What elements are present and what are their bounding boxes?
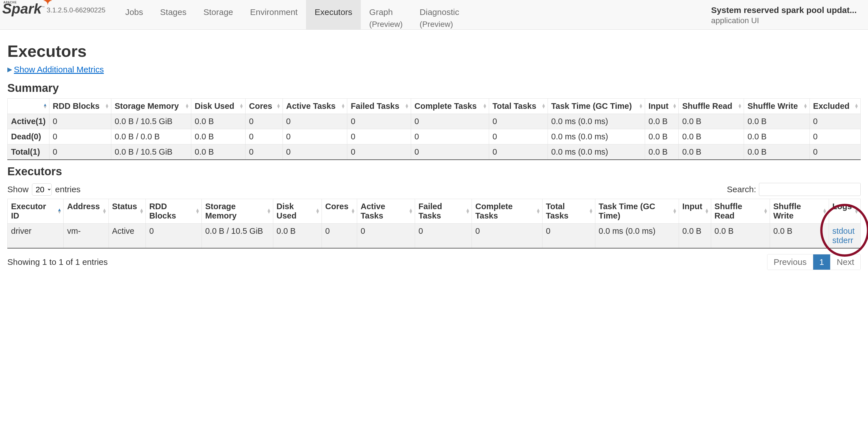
summary-cell: 0.0 ms (0.0 ms) — [548, 129, 645, 145]
summary-cell: 0.0 B — [679, 114, 744, 129]
table-info-text: Showing 1 to 1 of 1 entries — [7, 257, 107, 267]
summary-header-1[interactable]: RDD Blocks▲▼ — [49, 99, 111, 114]
summary-cell: 0 — [411, 129, 489, 145]
sort-arrows-icon: ▲▼ — [465, 209, 470, 214]
exec-cell: 0.0 B — [273, 223, 322, 248]
exec-header-11[interactable]: Task Time (GC Time)▲▼ — [595, 199, 679, 223]
sort-arrows-icon: ▲▼ — [405, 104, 409, 109]
summary-cell: 0 — [489, 145, 548, 160]
summary-header-6[interactable]: Failed Tasks▲▼ — [347, 99, 411, 114]
exec-header-13[interactable]: Shuffle Read▲▼ — [711, 199, 770, 223]
exec-header-15[interactable]: Logs▲▼ — [829, 199, 860, 223]
summary-heading: Summary — [7, 82, 861, 94]
log-link-stdout[interactable]: stdout — [832, 226, 857, 236]
exec-cell: 0 — [542, 223, 595, 248]
exec-cell: 0 — [415, 223, 472, 248]
executors-controls: Show 20 entries Search: — [7, 183, 861, 196]
summary-cell: 0 — [489, 114, 548, 129]
summary-header-5[interactable]: Active Tasks▲▼ — [283, 99, 347, 114]
summary-cell: 0.0 B — [645, 114, 679, 129]
exec-header-2[interactable]: Status▲▼ — [108, 199, 146, 223]
nav-tab-jobs[interactable]: Jobs — [117, 0, 151, 29]
nav-tab-storage[interactable]: Storage — [195, 0, 242, 29]
summary-cell: 0 — [809, 114, 860, 129]
summary-cell: 0.0 B / 10.5 GiB — [111, 145, 191, 160]
summary-header-9[interactable]: Task Time (GC Time)▲▼ — [548, 99, 645, 114]
sort-arrows-icon: ▲▼ — [276, 104, 281, 109]
sort-arrows-icon: ▲▼ — [536, 209, 540, 214]
exec-header-9[interactable]: Complete Tasks▲▼ — [472, 199, 542, 223]
pager-next[interactable]: Next — [830, 254, 860, 270]
summary-cell: 0.0 B — [744, 129, 809, 145]
exec-cell: 0.0 B — [679, 223, 711, 248]
sort-arrows-icon: ▲▼ — [738, 104, 742, 109]
spark-version: 3.1.2.5.0-66290225 — [46, 6, 105, 16]
pager-prev[interactable]: Previous — [767, 254, 813, 270]
summary-cell: 0 — [347, 129, 411, 145]
caret-right-icon: ▶ — [7, 66, 12, 73]
summary-header-11[interactable]: Shuffle Read▲▼ — [679, 99, 744, 114]
summary-cell: 0 — [49, 114, 111, 129]
nav-tab-diagnostic[interactable]: Diagnostic(Preview) — [411, 0, 468, 29]
summary-header-7[interactable]: Complete Tasks▲▼ — [411, 99, 489, 114]
exec-header-10[interactable]: Total Tasks▲▼ — [542, 199, 595, 223]
nav-tabs: JobsStagesStorageEnvironmentExecutorsGra… — [117, 0, 468, 29]
summary-cell: 0 — [49, 145, 111, 160]
exec-header-14[interactable]: Shuffle Write▲▼ — [770, 199, 829, 223]
nav-tab-executors[interactable]: Executors — [306, 0, 361, 29]
summary-header-0[interactable]: ▲▼ — [8, 99, 50, 114]
exec-header-0[interactable]: Executor ID▲▼ — [8, 199, 64, 223]
nav-tab-stages[interactable]: Stages — [152, 0, 195, 29]
summary-cell: 0 — [411, 114, 489, 129]
log-link-stderr[interactable]: stderr — [832, 236, 857, 245]
navbar: APACHE Spark™ ✦ 3.1.2.5.0-66290225 JobsS… — [0, 0, 868, 30]
sort-arrows-icon: ▲▼ — [195, 209, 200, 214]
sort-arrows-icon: ▲▼ — [803, 104, 808, 109]
spark-logo: APACHE Spark™ ✦ — [2, 2, 45, 16]
pager-page-1[interactable]: 1 — [813, 254, 830, 270]
exec-cell: Active — [108, 223, 146, 248]
summary-cell: 0.0 ms (0.0 ms) — [548, 145, 645, 160]
table-footer: Showing 1 to 1 of 1 entries Previous1Nex… — [7, 254, 861, 270]
show-additional-metrics-link[interactable]: Show Additional Metrics — [14, 65, 104, 74]
logo-apache-text: APACHE — [3, 1, 17, 4]
nav-tab-environment[interactable]: Environment — [242, 0, 306, 29]
summary-header-8[interactable]: Total Tasks▲▼ — [489, 99, 548, 114]
exec-header-3[interactable]: RDD Blocks▲▼ — [146, 199, 202, 223]
exec-header-1[interactable]: Address▲▼ — [64, 199, 108, 223]
summary-cell: 0.0 B — [191, 114, 246, 129]
summary-header-13[interactable]: Excluded▲▼ — [809, 99, 860, 114]
exec-header-12[interactable]: Input▲▼ — [679, 199, 711, 223]
summary-header-12[interactable]: Shuffle Write▲▼ — [744, 99, 809, 114]
sort-arrows-icon: ▲▼ — [239, 104, 244, 109]
page-size-select[interactable]: 20 — [32, 183, 52, 195]
nav-tab-graph[interactable]: Graph(Preview) — [361, 0, 411, 29]
sort-arrows-icon: ▲▼ — [764, 209, 768, 214]
exec-cell: 0.0 B — [711, 223, 770, 248]
page-title: Executors — [7, 41, 861, 60]
summary-header-3[interactable]: Disk Used▲▼ — [191, 99, 246, 114]
exec-header-5[interactable]: Disk Used▲▼ — [273, 199, 322, 223]
summary-cell: 0 — [49, 129, 111, 145]
exec-cell: 0 — [472, 223, 542, 248]
logo-block[interactable]: APACHE Spark™ ✦ 3.1.2.5.0-66290225 — [2, 0, 105, 16]
executors-table: Executor ID▲▼Address▲▼Status▲▼RDD Blocks… — [7, 199, 861, 248]
sort-arrows-icon: ▲▼ — [705, 209, 709, 214]
summary-header-10[interactable]: Input▲▼ — [645, 99, 679, 114]
exec-header-6[interactable]: Cores▲▼ — [322, 199, 357, 223]
exec-header-7[interactable]: Active Tasks▲▼ — [357, 199, 415, 223]
show-additional-metrics-toggle[interactable]: ▶ Show Additional Metrics — [7, 65, 104, 74]
summary-header-4[interactable]: Cores▲▼ — [246, 99, 283, 114]
sort-arrows-icon: ▲▼ — [102, 209, 107, 214]
sort-arrows-icon: ▲▼ — [673, 209, 677, 214]
search-input[interactable] — [759, 183, 861, 196]
sort-arrows-icon: ▲▼ — [854, 209, 859, 214]
summary-header-2[interactable]: Storage Memory▲▼ — [111, 99, 191, 114]
exec-cell: 0.0 B — [770, 223, 829, 248]
exec-header-4[interactable]: Storage Memory▲▼ — [202, 199, 273, 223]
sort-arrows-icon: ▲▼ — [483, 104, 487, 109]
exec-header-8[interactable]: Failed Tasks▲▼ — [415, 199, 472, 223]
nav-tab-sub: (Preview) — [369, 20, 403, 29]
exec-cell: 0 — [357, 223, 415, 248]
exec-cell: 0 — [322, 223, 357, 248]
